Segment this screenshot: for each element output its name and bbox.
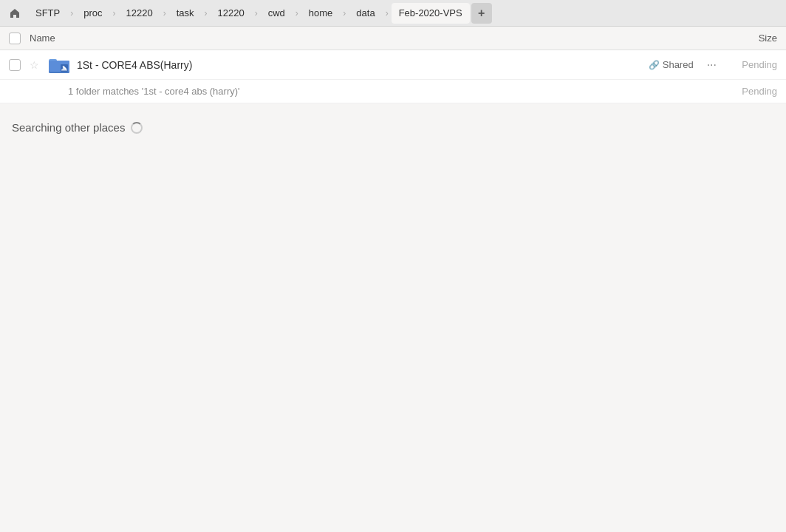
sep-2: › (112, 8, 117, 18)
sub-info-text: 1 folder matches '1st - core4 abs (harry… (68, 86, 240, 97)
home-tab[interactable] (3, 3, 27, 24)
sep-3: › (162, 8, 168, 18)
add-tab-button[interactable]: + (471, 3, 492, 24)
folder-icon (47, 57, 71, 73)
column-header: Name Size (0, 27, 786, 50)
sep-6: › (294, 8, 300, 18)
link-icon: 🔗 (649, 60, 660, 70)
loading-spinner (131, 122, 143, 134)
tab-cwd[interactable]: cwd (261, 3, 293, 24)
sep-7: › (341, 8, 347, 18)
tab-data[interactable]: data (349, 3, 382, 24)
sep-5: › (253, 8, 259, 18)
tab-feb2020vps[interactable]: Feb-2020-VPS (392, 3, 470, 24)
tab-12220-1[interactable]: 12220 (119, 3, 160, 24)
sub-info-status: Pending (742, 86, 777, 97)
file-status: Pending (733, 59, 777, 70)
tab-home[interactable]: home (301, 3, 341, 24)
select-all-checkbox[interactable] (9, 33, 21, 44)
searching-section: Searching other places (0, 103, 786, 134)
tab-12220-2[interactable]: 12220 (211, 3, 252, 24)
tab-sftp[interactable]: SFTP (28, 3, 67, 24)
file-row[interactable]: ☆ 1St - CORE4 ABS(Harry) 🔗 Shared ··· (0, 50, 786, 80)
row-checkbox[interactable] (9, 59, 21, 71)
svg-rect-5 (61, 69, 67, 71)
tab-proc[interactable]: proc (76, 3, 109, 24)
shared-badge: 🔗 Shared (649, 59, 694, 70)
header-checkbox-col (9, 33, 30, 44)
sep-1: › (69, 8, 75, 18)
tab-task[interactable]: task (169, 3, 202, 24)
sep-8: › (384, 8, 390, 18)
row-checkbox-col (9, 59, 30, 71)
star-icon[interactable]: ☆ (30, 59, 47, 71)
file-name: 1St - CORE4 ABS(Harry) (71, 59, 649, 71)
sub-info-row: 1 folder matches '1st - core4 abs (harry… (0, 80, 786, 103)
file-list: ☆ 1St - CORE4 ABS(Harry) 🔗 Shared ··· (0, 50, 786, 103)
searching-text: Searching other places (12, 121, 125, 134)
tab-bar: SFTP › proc › 12220 › task › 12220 › cwd… (0, 0, 786, 27)
more-options-button[interactable]: ··· (703, 57, 721, 73)
name-column-header: Name (30, 33, 718, 44)
size-column-header: Size (718, 33, 777, 44)
searching-label: Searching other places (12, 121, 774, 134)
sep-4: › (203, 8, 209, 18)
